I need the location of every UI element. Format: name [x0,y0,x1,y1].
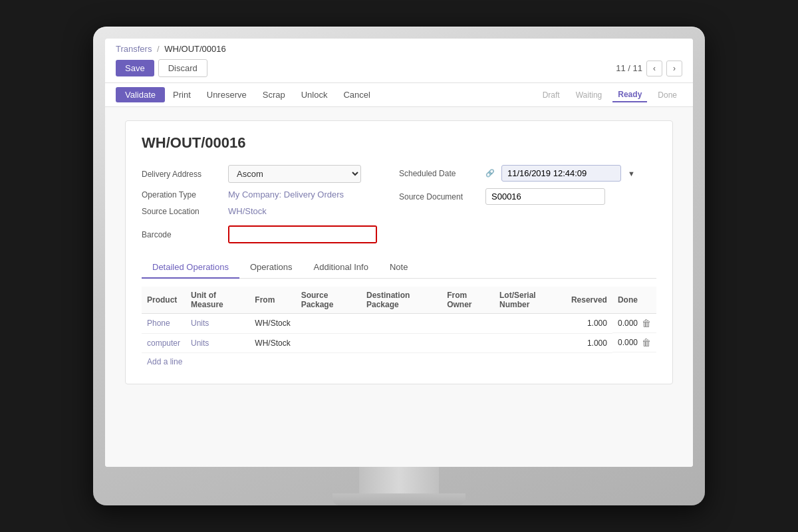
row1-reserved: 1.000 [566,314,612,334]
source-location-row: Source Location WH/Stock [142,206,399,216]
discard-button[interactable]: Discard [158,59,207,77]
col-product: Product [142,287,186,314]
operations-table: Product Unit of Measure From Source Pack… [142,287,656,353]
tab-additional-info[interactable]: Additional Info [303,257,379,279]
row1-product-link[interactable]: Phone [147,319,170,328]
source-document-row: Source Document S00016 [399,188,656,205]
source-location-value: WH/Stock [228,206,267,216]
validate-button[interactable]: Validate [116,87,165,102]
row1-delete-icon[interactable]: 🗑 [642,318,651,329]
status-draft: Draft [537,88,565,102]
row2-product-link[interactable]: computer [147,338,180,348]
action-bar: Validate Print Unreserve Scrap Unlock Ca… [105,83,693,107]
tab-detailed-operations[interactable]: Detailed Operations [142,257,239,279]
save-button[interactable]: Save [116,60,154,76]
col-reserved: Reserved [566,287,612,314]
prev-record-button[interactable]: ‹ [646,61,662,76]
row1-from: WH/Stock [249,314,295,334]
delivery-address-select[interactable]: Ascom [228,165,361,183]
col-from: From [249,287,295,314]
row1-lot [494,314,566,334]
form-left: Delivery Address Ascom Operation Type My… [142,165,399,243]
breadcrumb-parent-link[interactable]: Transfers [116,44,152,54]
col-done: Done [612,287,656,314]
tabs-row: Detailed Operations Operations Additiona… [142,257,656,279]
status-done: Done [652,88,682,102]
row2-dst-pkg [361,333,442,352]
col-destination-package: Destination Package [361,287,442,314]
row2-done: 0.000 🗑 [612,333,656,352]
barcode-label: Barcode [142,230,221,239]
row2-uom: Units [186,333,249,352]
source-location-link[interactable]: WH/Stock [228,206,267,216]
status-steps: Draft Waiting Ready Done [537,88,682,102]
add-line-button[interactable]: Add a line [142,353,188,370]
table-row: computer Units WH/Stock 1.000 0.000 🗑 [142,333,656,352]
row1-owner [442,314,494,334]
scheduled-date-row: Scheduled Date 🔗 11/16/2019 12:44:09 ▼ [399,165,656,182]
pagination-text: 11 / 11 [616,63,642,73]
operation-type-label: Operation Type [142,190,221,200]
scheduled-date-label: Scheduled Date [399,169,479,178]
screen: Transfers / WH/OUT/00016 Save Discard 11… [105,39,693,467]
unlock-button[interactable]: Unlock [293,87,336,102]
monitor-stand-base [332,493,466,505]
col-from-owner: From Owner [442,287,494,314]
source-document-label: Source Document [399,192,479,201]
breadcrumb: Transfers / WH/OUT/00016 [116,44,682,54]
row2-src-pkg [296,333,361,352]
col-unit-of-measure: Unit of Measure [186,287,249,314]
monitor: Transfers / WH/OUT/00016 Save Discard 11… [93,27,705,505]
barcode-input-wrapper [228,225,377,243]
next-record-button[interactable]: › [666,61,682,76]
row2-from: WH/Stock [249,333,295,352]
row1-src-pkg [296,314,361,334]
toolbar-right: 11 / 11 ‹ › [616,61,682,76]
breadcrumb-current: WH/OUT/00016 [164,44,225,54]
top-bar: Transfers / WH/OUT/00016 Save Discard 11… [105,39,693,83]
row1-done: 0.000 🗑 [612,314,656,333]
row1-dst-pkg [361,314,442,334]
record-title: WH/OUT/00016 [142,134,656,152]
status-ready: Ready [612,88,647,102]
row2-reserved: 1.000 [566,333,612,352]
row2-uom-link[interactable]: Units [191,338,209,348]
content-area: WH/OUT/00016 Delivery Address Ascom [105,107,693,467]
operation-type-row: Operation Type My Company: Delivery Orde… [142,190,399,200]
scheduled-date-input[interactable]: 11/16/2019 12:44:09 [501,165,621,182]
row1-product: Phone [142,314,186,334]
scrap-button[interactable]: Scrap [255,87,293,102]
delivery-address-row: Delivery Address Ascom [142,165,399,183]
toolbar-row: Save Discard 11 / 11 ‹ › [116,59,682,82]
row2-delete-icon[interactable]: 🗑 [642,337,651,348]
form-right: Scheduled Date 🔗 11/16/2019 12:44:09 ▼ S… [399,165,656,243]
print-button[interactable]: Print [165,87,199,102]
table-header: Product Unit of Measure From Source Pack… [142,287,656,314]
unreserve-button[interactable]: Unreserve [199,87,255,102]
row2-owner [442,333,494,352]
col-source-package: Source Package [296,287,361,314]
form-grid: Delivery Address Ascom Operation Type My… [142,165,656,243]
barcode-input[interactable] [229,227,376,242]
row2-product: computer [142,333,186,352]
tab-operations[interactable]: Operations [239,257,303,279]
record-card: WH/OUT/00016 Delivery Address Ascom [125,120,673,384]
tab-note[interactable]: Note [379,257,418,279]
table-body: Phone Units WH/Stock 1.000 0.000 🗑 [142,314,656,353]
cancel-button[interactable]: Cancel [335,87,378,102]
breadcrumb-separator: / [157,44,160,54]
source-document-input[interactable]: S00016 [485,188,605,205]
col-lot-serial: Lot/Serial Number [494,287,566,314]
toolbar-left: Save Discard [116,59,207,77]
row1-uom-link[interactable]: Units [191,319,209,328]
date-dropdown-icon[interactable]: ▼ [628,170,635,178]
row1-uom: Units [186,314,249,334]
external-link-icon: 🔗 [485,169,495,178]
status-waiting: Waiting [571,88,608,102]
operation-type-value: My Company: Delivery Orders [228,190,344,200]
table-row: Phone Units WH/Stock 1.000 0.000 🗑 [142,314,656,334]
app: Transfers / WH/OUT/00016 Save Discard 11… [105,39,693,467]
barcode-row: Barcode [142,225,399,243]
row2-lot [494,333,566,352]
operation-type-link[interactable]: My Company: Delivery Orders [228,190,344,200]
